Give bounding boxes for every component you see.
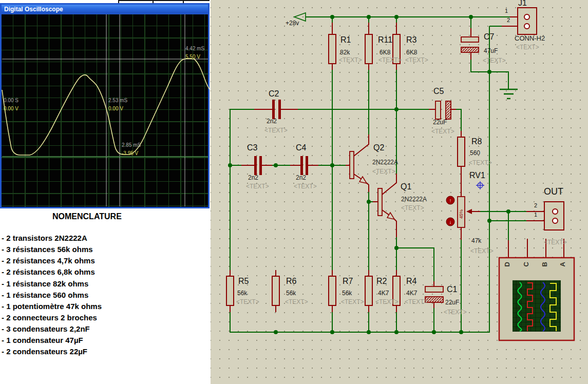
channel-b-label: B: [541, 262, 548, 266]
r8-text: <TEXT>: [469, 160, 492, 166]
r11-ref: R11: [378, 36, 392, 45]
r6-ref: R6: [286, 277, 296, 286]
nomenclature-item: - 3 condensateurs 2,2nF: [2, 324, 90, 333]
r4-ref: R4: [406, 277, 416, 286]
window-title: Digital Oscilloscope: [4, 6, 63, 13]
scope-cursor-lines: [2, 14, 208, 206]
r11-value: 6K8: [380, 49, 390, 56]
resistor-r6-body: [272, 276, 279, 305]
q2-value: 2N2222A: [372, 159, 398, 166]
c7-text: <TEXT>: [483, 57, 506, 64]
j1-text: <TEXT>: [516, 44, 539, 51]
r1-text: <TEXT>: [339, 57, 362, 64]
marker-time: 4.42 mS: [185, 46, 204, 51]
out-pin1-label: 1: [534, 212, 537, 218]
r7-value: 56k: [342, 290, 352, 297]
r4-text: <TEXT>: [405, 299, 428, 305]
channel-a-label: A: [559, 262, 566, 266]
transistor-q1[interactable]: [373, 174, 396, 237]
nomenclature-item: - 1 résistance 82k ohms: [2, 279, 88, 288]
origin-marker-icon: [476, 181, 484, 189]
capacitor-c7-body: [461, 47, 479, 52]
resistor-r7-body: [329, 276, 336, 305]
nomenclature-item: - 1 potentiomètre 47k ohms: [2, 302, 102, 311]
out-ref: OUT: [544, 187, 563, 197]
c5-value: 22uF: [433, 119, 447, 126]
emitter-arrow-icon: [387, 213, 394, 219]
power-label: +28v: [286, 20, 299, 27]
transistor-q2[interactable]: [350, 135, 369, 192]
capacitor-c2-body: [272, 100, 275, 119]
j1-pin2-pad: [524, 24, 529, 29]
c5-ref: C5: [433, 87, 444, 96]
marker-time: 2.53 mS: [108, 98, 127, 103]
j1-pin1-pad: [524, 14, 529, 20]
rv1-ref: RV1: [469, 171, 485, 180]
pot-increase-arrow-icon[interactable]: ↑: [449, 198, 452, 203]
rv1-value: 47k: [471, 238, 481, 244]
r5-ref: R5: [238, 277, 249, 286]
resistor-r8-body: [458, 137, 465, 166]
r8-ref: R8: [471, 138, 482, 146]
capacitor-c5-body: [446, 101, 451, 119]
q1-value: 2N2222A: [401, 196, 427, 203]
capacitor-c3-body: [259, 156, 262, 175]
r6-value: 56k: [286, 290, 296, 297]
marker-volt: -3.95 V: [122, 150, 138, 156]
marker-volt: 0.00 V: [4, 106, 18, 111]
c2-text: <TEXT>: [264, 127, 288, 134]
resistor-r2-body: [365, 276, 372, 305]
r2-text: <TEXT>: [375, 299, 399, 305]
out-pin2-label: 2: [534, 203, 537, 209]
toolbar-edge-line: [118, 0, 210, 1]
electrolytic-capacitors[interactable]: [425, 37, 479, 302]
r7-text: <TEXT>: [341, 299, 364, 305]
nomenclature-item: - 1 résistance 560 ohms: [2, 291, 88, 299]
nomenclature-item: - 1 condensateur 47µF: [2, 336, 83, 344]
r1-ref: R1: [340, 36, 351, 45]
c3-value: 2n2: [248, 175, 258, 181]
potentiometer-rv1[interactable]: 45% ↑ ↓: [446, 181, 484, 227]
marker-volt: 5.50 V: [185, 54, 200, 60]
capacitor-c1-body: [425, 286, 443, 292]
capacitor-plates[interactable]: [254, 100, 308, 175]
connector-j1[interactable]: [518, 8, 537, 34]
resistor-bodies[interactable]: [226, 34, 465, 305]
r2-ref: R2: [376, 277, 387, 286]
nomenclature-item: - 2 transistors 2N2222A: [2, 234, 87, 242]
capacitor-c7-body: [461, 37, 479, 42]
instrument-oscilloscope[interactable]: [499, 258, 574, 340]
r3-text: <TEXT>: [405, 57, 428, 64]
channel-d-label: D: [504, 262, 511, 266]
resistor-r11-body: [365, 34, 372, 64]
out-pin1-pad: [553, 218, 558, 223]
marker-time: 2.85 mS: [122, 142, 141, 148]
r4-value: 4K7: [406, 290, 417, 297]
r5-value: 56k: [237, 290, 247, 297]
c1-ref: C1: [447, 285, 457, 294]
c1-value: 22uF: [445, 299, 459, 306]
emitter-arrow-icon: [359, 177, 367, 183]
nomenclature-item: - 3 résistances 56k ohms: [2, 245, 93, 254]
q1-ref: Q1: [401, 183, 411, 191]
r8-value: 560: [470, 150, 480, 157]
c7-ref: C7: [484, 33, 494, 42]
j1-ref: J1: [518, 0, 527, 8]
c7-value: 47uF: [484, 48, 498, 54]
capacitor-c1-body: [425, 297, 443, 302]
c2-ref: C2: [269, 90, 279, 99]
j1-pin2-label: 2: [507, 17, 510, 24]
nomenclature-item: - 2 connecteurs 2 broches: [2, 313, 97, 322]
c3-ref: C3: [247, 144, 257, 152]
nomenclature-item: - 2 résistances 6,8k ohms: [2, 267, 95, 276]
capacitor-c2-body: [278, 100, 281, 119]
r5-text: <TEXT>: [236, 299, 259, 305]
r1-value: 82k: [340, 49, 350, 56]
q1-text: <TEXT>: [401, 205, 424, 212]
nomenclature-item: - 2 condensateurs 22µF: [2, 347, 87, 356]
resistor-r1-body: [329, 34, 336, 64]
capacitor-c4-body: [300, 156, 303, 175]
c3-text: <TEXT>: [246, 183, 269, 190]
connector-out[interactable]: [544, 202, 564, 230]
pot-decrease-arrow-icon[interactable]: ↓: [449, 219, 452, 225]
